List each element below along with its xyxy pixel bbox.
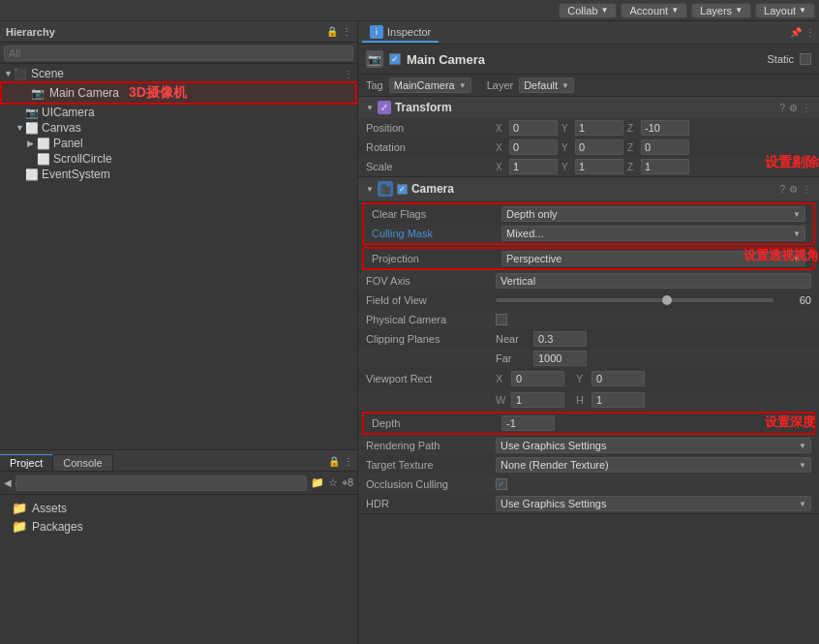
- folder-icon[interactable]: 📁: [311, 476, 324, 489]
- rotation-z-input[interactable]: [641, 139, 689, 155]
- tag-layer-row: Tag MainCamera ▼ Layer Default ▼: [358, 75, 819, 97]
- projection-chevron-icon: ▼: [793, 255, 801, 263]
- transform-help-icon[interactable]: ?: [779, 103, 785, 113]
- hierarchy-item-main-camera[interactable]: 📷 Main Camera 3D摄像机: [0, 81, 357, 105]
- layout-button[interactable]: Layout ▼: [755, 3, 815, 18]
- viewport-y-input[interactable]: [592, 371, 645, 386]
- menu-icon[interactable]: ⋮: [342, 26, 351, 37]
- sz-label: Z: [627, 162, 639, 172]
- layer-chevron-icon: ▼: [561, 81, 569, 90]
- camera-help-icon[interactable]: ?: [779, 184, 785, 195]
- rotation-row: Rotation X Y Z: [358, 138, 819, 157]
- occlusion-culling-checkbox[interactable]: ✓: [496, 478, 507, 490]
- fov-value: 60: [777, 294, 811, 306]
- scale-z-input[interactable]: [641, 159, 689, 174]
- depth-input[interactable]: [501, 415, 555, 431]
- star-icon[interactable]: ☆: [328, 476, 338, 489]
- menu-icon-inspector[interactable]: ⋮: [805, 27, 815, 38]
- depth-row: Depth: [364, 414, 813, 433]
- main-layout: Hierarchy 🔒 ⋮ ▼ ⬛ Scene ⋮: [0, 21, 819, 644]
- depth-wrapper: Depth 设置深度: [358, 412, 819, 435]
- camera-menu-icon[interactable]: ⋮: [802, 184, 811, 195]
- pin-icon[interactable]: 📌: [790, 27, 802, 38]
- collab-button[interactable]: Collab ▼: [559, 3, 617, 18]
- tab-project[interactable]: Project: [0, 454, 53, 471]
- layer-dropdown[interactable]: Default ▼: [519, 77, 574, 93]
- position-x-input[interactable]: [509, 120, 558, 136]
- bottom-left-panel: Project Console 🔒 ⋮ ◀ 📁 ☆ ⌖8 📁: [0, 450, 357, 644]
- scene-menu-icon[interactable]: ⋮: [344, 69, 353, 79]
- inspector-tab[interactable]: i Inspector: [362, 23, 439, 43]
- far-row: Far: [358, 349, 819, 368]
- scene-arrow-icon: ▼: [4, 69, 14, 78]
- go-header: 📷 ✓ Main Camera Static: [358, 45, 819, 75]
- rotation-value: X Y Z: [496, 139, 811, 155]
- menu-icon-project[interactable]: ⋮: [344, 456, 353, 467]
- near-input[interactable]: [533, 331, 587, 347]
- assets-label: Assets: [32, 502, 67, 515]
- packages-label: Packages: [32, 520, 83, 534]
- go-active-checkbox[interactable]: ✓: [389, 53, 401, 65]
- camera-header[interactable]: ▼ 🎥 ✓ Camera ? ⚙ ⋮: [358, 177, 819, 200]
- hierarchy-item-scrollcircle[interactable]: ⬜ ScrollCircle: [0, 151, 357, 167]
- panel-label: Panel: [53, 137, 83, 150]
- transform-settings-icon[interactable]: ⚙: [789, 103, 798, 113]
- fov-slider-thumb[interactable]: [662, 295, 672, 305]
- scale-x-input[interactable]: [509, 159, 558, 174]
- scene-label: Scene: [31, 67, 64, 80]
- position-z-input[interactable]: [641, 120, 689, 136]
- packages-folder[interactable]: 📁 Packages: [8, 517, 349, 536]
- camera-enabled-checkbox[interactable]: ✓: [397, 184, 408, 195]
- uicamera-label: UICamera: [42, 106, 95, 119]
- rotation-x-input[interactable]: [509, 139, 558, 155]
- layout-chevron-icon: ▼: [799, 6, 806, 15]
- project-tab-bar: Project Console 🔒 ⋮: [0, 450, 357, 472]
- project-search-input[interactable]: [15, 475, 307, 491]
- hierarchy-item-canvas[interactable]: ▼ ⬜ Canvas: [0, 120, 357, 136]
- rotation-y-input[interactable]: [575, 139, 623, 155]
- account-button[interactable]: Account ▼: [621, 3, 687, 18]
- projection-label: Projection: [372, 253, 498, 264]
- viewport-h-input[interactable]: [592, 392, 645, 408]
- hierarchy-item-panel[interactable]: ▶ ⬜ Panel: [0, 136, 357, 151]
- fovaxis-dropdown[interactable]: Vertical: [496, 273, 811, 289]
- viewport-w-input[interactable]: [511, 392, 564, 408]
- far-input[interactable]: [533, 351, 587, 366]
- lock-icon[interactable]: 🔒: [326, 26, 338, 37]
- physical-camera-checkbox[interactable]: [496, 314, 507, 325]
- hierarchy-item-eventsystem[interactable]: ⬜ EventSystem: [0, 167, 357, 182]
- tag-dropdown[interactable]: MainCamera ▼: [389, 77, 471, 93]
- layers-button[interactable]: Layers ▼: [691, 3, 751, 18]
- tab-console[interactable]: Console: [53, 454, 112, 471]
- scale-z-field: Z: [627, 159, 689, 174]
- camera-section: ▼ 🎥 ✓ Camera ? ⚙ ⋮ 设置剔除: [358, 177, 819, 514]
- scale-y-input[interactable]: [575, 159, 623, 174]
- target-texture-dropdown[interactable]: None (Render Texture) ▼: [496, 457, 811, 473]
- camera-component-icon: 🎥: [378, 181, 393, 197]
- clearflags-dropdown[interactable]: Depth only ▼: [501, 206, 805, 222]
- transform-menu-icon[interactable]: ⋮: [802, 103, 811, 113]
- canvas-label: Canvas: [42, 121, 81, 135]
- near-label: Near: [496, 333, 530, 345]
- rendering-path-dropdown[interactable]: Use Graphics Settings ▼: [496, 438, 811, 453]
- hdr-label: HDR: [366, 498, 492, 509]
- tag-value: MainCamera: [394, 79, 455, 91]
- position-y-input[interactable]: [575, 120, 623, 136]
- clearflags-value: Depth only: [506, 208, 558, 220]
- viewport-x-input[interactable]: [511, 371, 564, 386]
- lock-icon-project[interactable]: 🔒: [328, 456, 340, 467]
- hierarchy-search-input[interactable]: [4, 46, 353, 61]
- projection-dropdown[interactable]: Perspective ▼: [501, 251, 805, 266]
- hdr-dropdown[interactable]: Use Graphics Settings ▼: [496, 496, 811, 511]
- transform-header[interactable]: ▼ ⤢ Transform ? ⚙ ⋮: [358, 97, 819, 118]
- assets-folder[interactable]: 📁 Assets: [8, 499, 349, 517]
- panel-icon: ⬜: [37, 138, 50, 150]
- cullingmask-dropdown[interactable]: Mixed... ▼: [501, 226, 805, 241]
- camera-arrow-icon: ▼: [366, 185, 374, 194]
- camera-settings-icon[interactable]: ⚙: [789, 184, 798, 195]
- static-checkbox[interactable]: [800, 53, 811, 65]
- layout-label: Layout: [764, 5, 796, 16]
- scene-item[interactable]: ▼ ⬛ Scene ⋮: [0, 66, 357, 81]
- hierarchy-item-uicamera[interactable]: 📷 UICamera: [0, 105, 357, 120]
- back-icon[interactable]: ◀: [4, 477, 12, 488]
